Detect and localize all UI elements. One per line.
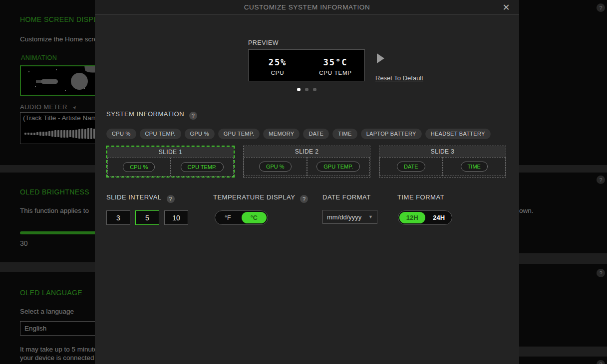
dialog-header: CUSTOMIZE SYSTEM INFORMATION ✕: [95, 0, 519, 15]
slide-drop-cell[interactable]: CPU %: [107, 158, 171, 177]
slide-interval-label: SLIDE INTERVAL?: [106, 193, 175, 203]
slide-dot-3[interactable]: [313, 88, 316, 91]
preview-label: PREVIEW: [248, 39, 279, 46]
slide-interval-options: 3510: [106, 210, 188, 225]
help-icon[interactable]: ?: [189, 112, 197, 120]
chevron-down-icon: ▼: [368, 214, 373, 219]
system-information-label-text: SYSTEM INFORMATION: [106, 110, 184, 118]
slide-dot-2[interactable]: [305, 88, 308, 91]
date-format-dropdown[interactable]: mm/dd/yyyy ▼: [322, 210, 377, 224]
slide-item-pill[interactable]: TIME: [461, 162, 488, 172]
play-icon[interactable]: [377, 53, 384, 63]
oled-value: 35°C: [323, 57, 348, 67]
chip-time[interactable]: TIME: [332, 129, 357, 139]
slide-item-pill[interactable]: CPU %: [123, 162, 155, 172]
slide-drop-cell[interactable]: TIME: [443, 157, 506, 176]
time-format-toggle: 12H24H: [398, 210, 452, 225]
dialog-title: CUSTOMIZE SYSTEM INFORMATION: [95, 0, 519, 15]
time-format-label: TIME FORMAT: [397, 193, 444, 201]
close-icon[interactable]: ✕: [499, 0, 513, 15]
slide-2[interactable]: SLIDE 2 GPU % GPU TEMP.: [243, 146, 370, 178]
oled-label: CPU: [271, 70, 285, 76]
oled-value: 25%: [269, 57, 287, 67]
preview-slide-dots: [248, 88, 365, 91]
date-format-label: DATE FORMAT: [322, 193, 371, 201]
slide-interval-label-text: SLIDE INTERVAL: [106, 193, 162, 201]
slide-3[interactable]: SLIDE 3 DATE TIME: [379, 146, 506, 178]
chip-gpu-temp[interactable]: GPU TEMP.: [218, 129, 260, 139]
oled-label: CPU TEMP: [319, 70, 352, 76]
temperature-display-label-text: TEMPERATURE DISPLAY: [213, 193, 295, 201]
slide-item-pill[interactable]: GPU TEMP.: [316, 162, 360, 172]
date-format-value: mm/dd/yyyy: [327, 213, 361, 221]
reset-to-default-link[interactable]: Reset To Default: [375, 74, 423, 82]
chip-date[interactable]: DATE: [303, 129, 329, 139]
slide-dot-1[interactable]: [297, 88, 301, 91]
oled-preview-item: 35°C CPU TEMP: [306, 50, 364, 81]
interval-option-3[interactable]: 3: [106, 210, 130, 225]
system-info-chip-list: CPU %CPU TEMP.GPU %GPU TEMP.MEMORYDATETI…: [106, 129, 491, 139]
temperature-unit-toggle: °F°C: [215, 210, 268, 225]
chip-cpu[interactable]: CPU %: [106, 129, 136, 139]
slide-item-pill[interactable]: DATE: [397, 162, 425, 172]
slides-container: SLIDE 1 CPU % CPU TEMP. SLIDE 2 GPU % GP…: [106, 146, 506, 178]
slide-1[interactable]: SLIDE 1 CPU % CPU TEMP.: [106, 146, 235, 178]
time-format-24h[interactable]: 24H: [426, 211, 452, 224]
slide-drop-cell[interactable]: GPU TEMP.: [307, 157, 370, 176]
chip-laptop-battery[interactable]: LAPTOP BATTERY: [361, 129, 422, 139]
help-icon[interactable]: ?: [167, 195, 175, 203]
temperature-display-label: TEMPERATURE DISPLAY?: [213, 193, 308, 203]
slide-drop-cell[interactable]: CPU TEMP.: [171, 158, 234, 177]
temp-unit-c[interactable]: °C: [242, 212, 267, 223]
chip-memory[interactable]: MEMORY: [263, 129, 300, 139]
slide-header: SLIDE 3: [379, 146, 506, 157]
interval-option-5[interactable]: 5: [135, 210, 159, 225]
customize-system-information-dialog: CUSTOMIZE SYSTEM INFORMATION ✕ PREVIEW 2…: [95, 0, 519, 364]
chip-headset-battery[interactable]: HEADSET BATTERY: [425, 129, 491, 139]
oled-preview-item: 25% CPU: [249, 50, 306, 81]
slide-drop-cell[interactable]: GPU %: [244, 157, 307, 176]
chip-cpu-temp[interactable]: CPU TEMP.: [140, 129, 181, 139]
slide-header: SLIDE 1: [107, 147, 234, 158]
slide-item-pill[interactable]: CPU TEMP.: [181, 162, 224, 172]
slide-drop-cell[interactable]: DATE: [379, 157, 443, 176]
time-format-12h[interactable]: 12H: [399, 212, 425, 223]
slide-header: SLIDE 2: [244, 146, 370, 157]
temp-unit-f[interactable]: °F: [215, 211, 241, 224]
oled-preview-screen: 25% CPU35°C CPU TEMP: [248, 49, 365, 81]
chip-gpu[interactable]: GPU %: [185, 129, 215, 139]
slide-item-pill[interactable]: GPU %: [259, 162, 292, 172]
dialog-body: PREVIEW 25% CPU35°C CPU TEMP Reset To De…: [95, 15, 519, 364]
help-icon[interactable]: ?: [300, 195, 308, 203]
system-information-label: SYSTEM INFORMATION?: [106, 110, 197, 120]
interval-option-10[interactable]: 10: [164, 210, 188, 225]
